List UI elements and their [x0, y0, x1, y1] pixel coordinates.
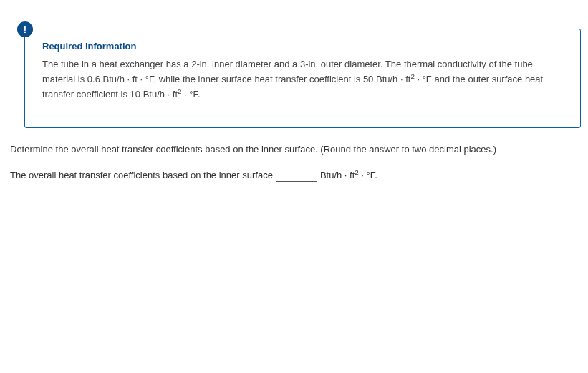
answer-stem: The overall heat transfer coefficients b… [10, 170, 273, 180]
answer-unit: Btu/h · ft2 · °F. [320, 170, 377, 180]
answer-line: The overall heat transfer coefficients b… [10, 170, 581, 182]
required-info-box: ! Required information The tube in a hea… [24, 29, 581, 128]
question-prompt: Determine the overall heat transfer coef… [10, 142, 581, 157]
required-info-title: Required information [42, 41, 563, 52]
required-info-text: The tube in a heat exchanger has a 2-in.… [42, 57, 563, 102]
info-badge-icon: ! [17, 21, 33, 37]
answer-input[interactable] [276, 170, 317, 182]
question-area: Determine the overall heat transfer coef… [7, 142, 581, 182]
